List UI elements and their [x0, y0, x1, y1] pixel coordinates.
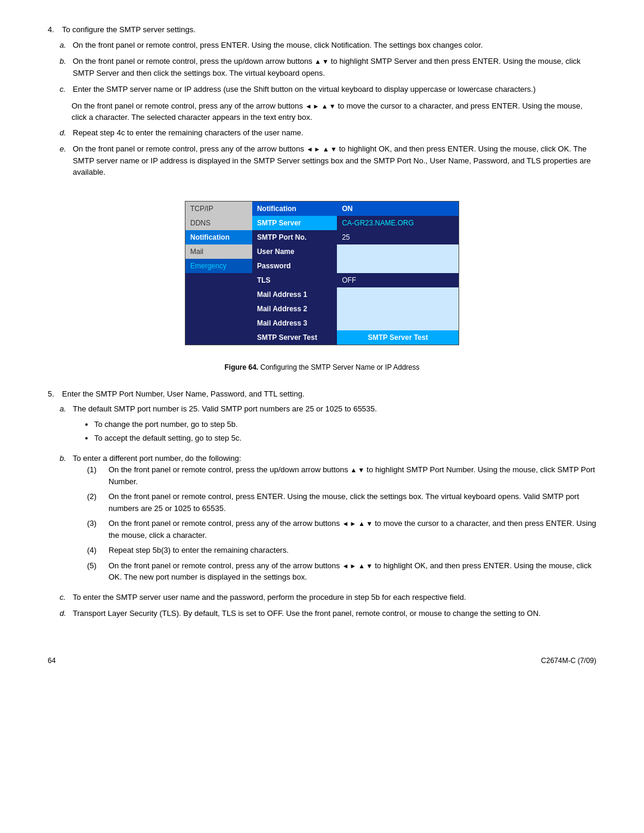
figure-caption-text: Configuring the SMTP Server Name or IP A… [261, 363, 420, 371]
arrow-updown-1: ▲ ▼ [314, 57, 329, 67]
step-4c-indent: On the front panel or remote control, pr… [72, 100, 596, 123]
col-mail-addr-2-mid: Mail Address 2 [252, 302, 337, 316]
step-4a-label: a. [60, 39, 68, 51]
arrow-left-right-3: ◄ ► [342, 519, 357, 529]
arrow-left-right-2: ◄ ► [306, 144, 321, 154]
arrow-right-icon-4: ► [350, 561, 357, 571]
step-5b-text: To enter a different port number, do the… [73, 454, 241, 463]
step-5: 5. Enter the SMTP Port Number, User Name… [48, 388, 596, 400]
col-mail-addr-3-mid: Mail Address 3 [252, 316, 337, 330]
step-5b3-label: (3) [87, 518, 104, 541]
table-row-emergency: Emergency Password [185, 259, 459, 273]
step-5b5-text: On the front panel or remote control, pr… [109, 560, 596, 583]
step-4b-label: b. [60, 55, 68, 79]
arrow-updown-4: ▲ ▼ [350, 465, 364, 475]
step-4c-text: Enter the SMTP server name or IP address… [73, 83, 596, 95]
arrow-down-icon-4: ▼ [358, 465, 364, 475]
table-row-mail-addr-2: Mail Address 2 [185, 302, 459, 316]
step-4c: c. Enter the SMTP server name or IP addr… [60, 83, 596, 95]
table-row-mail-addr-3: Mail Address 3 [185, 316, 459, 330]
step-4e-text: On the front panel or remote control, pr… [73, 143, 596, 178]
col-notification-val: ON [337, 202, 459, 216]
arrow-right-icon-3: ► [350, 519, 357, 529]
step-5d-label: d. [60, 608, 68, 620]
step-5b-content: To enter a different port number, do the… [73, 453, 596, 587]
col-smtp-server-mid: SMTP Server [252, 216, 337, 230]
settings-table-container: TCP/IP Notification ON DDNS SMTP Server … [185, 201, 459, 345]
step-5b-label: b. [60, 453, 68, 587]
step-5b4-label: (4) [87, 544, 104, 556]
step-5b5: (5) On the front panel or remote control… [87, 560, 596, 583]
step-4b-text: On the front panel or remote control, pr… [73, 55, 596, 79]
arrow-up-icon-6: ▲ [358, 561, 365, 571]
step-5c-text: To enter the SMTP server user name and t… [73, 592, 596, 603]
step-5-subitems: a. The default SMTP port number is 25. V… [48, 403, 596, 620]
arrow-updown-3: ▲ ▼ [323, 144, 337, 154]
figure-caption: Figure 64. Configuring the SMTP Server N… [224, 362, 419, 373]
step-5b-numbered: (1) On the front panel or remote control… [73, 464, 596, 583]
col-mail-addr-1-mid: Mail Address 1 [252, 287, 337, 302]
step-4d-text: Repeat step 4c to enter the remaining ch… [73, 127, 596, 139]
arrow-updown-2: ▲ ▼ [321, 101, 336, 112]
arrow-up-icon-5: ▲ [358, 519, 365, 529]
step-4c-label: c. [60, 83, 68, 95]
step-5b5-label: (5) [87, 560, 104, 583]
bullet-2: To accept the default setting, go to ste… [94, 432, 596, 444]
step-4a-text: On the front panel or remote control, pr… [73, 39, 596, 51]
step-5b2-label: (2) [87, 491, 104, 514]
arrow-down-icon-5: ▼ [366, 519, 373, 529]
col-username-mid: User Name [252, 244, 337, 259]
arrow-up-icon: ▲ [314, 57, 321, 67]
arrow-left-icon-2: ◄ [306, 144, 313, 154]
step-5-num: 5. [48, 388, 57, 400]
table-row-ddns: DDNS SMTP Server CA-GR23.NAME.ORG [185, 216, 459, 230]
step-5d: d. Transport Layer Security (TLS). By de… [60, 608, 596, 620]
arrow-left-right-4: ◄ ► [342, 561, 357, 571]
page-footer: 64 C2674M-C (7/09) [48, 655, 596, 666]
arrow-down-icon: ▼ [322, 57, 329, 67]
step-4-text: To configure the SMTP server settings. [62, 24, 196, 36]
page-content: 4. To configure the SMTP server settings… [48, 24, 596, 666]
col-mail-addr-1-val [337, 287, 459, 302]
step-5b1: (1) On the front panel or remote control… [87, 464, 596, 487]
col-notification: Notification [185, 230, 252, 244]
col-notification-mid: Notification [252, 202, 337, 216]
step-4d: d. Repeat step 4c to enter the remaining… [60, 127, 596, 139]
arrow-down-icon-2: ▼ [329, 101, 336, 112]
col-password-mid: Password [252, 259, 337, 273]
arrow-left-right-1: ◄ ► [305, 101, 320, 112]
col-smtp-test-mid: SMTP Server Test [252, 330, 337, 345]
step-5c-label: c. [60, 592, 68, 603]
col-empty-2 [185, 287, 252, 302]
step-5-text: Enter the SMTP Port Number, User Name, P… [62, 388, 305, 400]
step-4e: e. On the front panel or remote control,… [60, 143, 596, 178]
arrow-up-icon-3: ▲ [323, 144, 329, 154]
doc-code: C2674M-C (7/09) [541, 655, 596, 666]
col-tls-val: OFF [337, 273, 459, 287]
step-5a-text: The default SMTP port number is 25. Vali… [73, 404, 377, 413]
col-smtp-server-val: CA-GR23.NAME.ORG [337, 216, 459, 230]
step-4b: b. On the front panel or remote control,… [60, 55, 596, 79]
step-5b4-text: Repeat step 5b(3) to enter the remaining… [109, 544, 289, 556]
col-empty-3 [185, 302, 252, 316]
step-5a-bullets: To change the port number, go to step 5b… [73, 419, 596, 444]
arrow-left-icon-3: ◄ [342, 519, 349, 529]
col-empty-5 [185, 330, 252, 345]
col-smtp-port-val: 25 [337, 230, 459, 244]
step-5a-label: a. [60, 403, 68, 448]
col-emergency: Emergency [185, 259, 252, 273]
step-5d-text: Transport Layer Security (TLS). By defau… [73, 608, 596, 620]
step-5c: c. To enter the SMTP server user name an… [60, 592, 596, 603]
arrow-down-icon-3: ▼ [330, 144, 337, 154]
step-5a-content: The default SMTP port number is 25. Vali… [73, 403, 596, 448]
step-4: 4. To configure the SMTP server settings… [48, 24, 596, 36]
col-tls-mid: TLS [252, 273, 337, 287]
step-5b1-text: On the front panel or remote control, pr… [109, 464, 596, 487]
table-row-tcpip: TCP/IP Notification ON [185, 202, 459, 216]
bullet-1: To change the port number, go to step 5b… [94, 419, 596, 431]
step-5a: a. The default SMTP port number is 25. V… [60, 403, 596, 448]
figure-caption-bold: Figure 64. [224, 363, 258, 371]
step-5b3-text: On the front panel or remote control, pr… [109, 518, 596, 541]
step-5b1-label: (1) [87, 464, 104, 487]
col-ddns: DDNS [185, 216, 252, 230]
